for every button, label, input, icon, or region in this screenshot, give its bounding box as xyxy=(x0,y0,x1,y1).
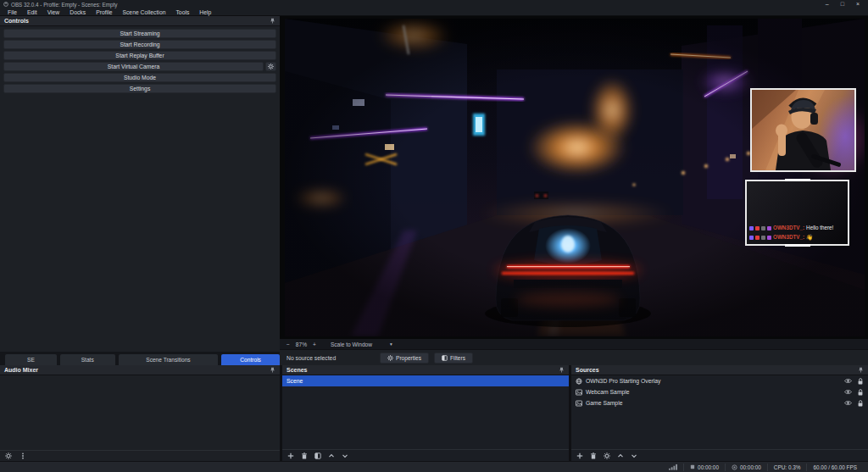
sources-title: Sources xyxy=(576,367,599,373)
preview-area: OWN3DTV_: Hello there! OWN3DTV_: 👋 xyxy=(280,16,868,339)
lock-icon[interactable] xyxy=(857,400,864,407)
cpu-usage: CPU: 0.3% xyxy=(767,464,807,471)
sources-panel: Sources OWN3D Pro Starting Overlay Webca… xyxy=(571,365,868,461)
menu-profile[interactable]: Profile xyxy=(91,9,117,15)
move-source-up-button[interactable] xyxy=(617,453,624,459)
scale-mode-caret-icon[interactable]: ▾ xyxy=(390,342,392,347)
settings-button[interactable]: Settings xyxy=(3,84,276,93)
source-row[interactable]: Webcam Sample xyxy=(571,386,868,397)
close-button[interactable]: × xyxy=(856,0,860,8)
network-status xyxy=(663,464,683,471)
maximize-button[interactable]: □ xyxy=(841,0,844,8)
scenes-panel: Scenes Scene xyxy=(282,365,569,461)
chat-badge-icon xyxy=(767,236,771,240)
audio-mixer-toolbar xyxy=(0,450,280,461)
tab-se[interactable]: SE xyxy=(5,354,57,365)
program-canvas[interactable]: OWN3DTV_: Hello there! OWN3DTV_: 👋 xyxy=(285,19,865,336)
image-icon xyxy=(576,400,582,407)
virtual-camera-config-button[interactable] xyxy=(265,62,276,71)
fps-text: 60.00 / 60.00 FPS xyxy=(813,464,857,470)
move-scene-down-button[interactable] xyxy=(342,453,348,459)
studio-mode-button[interactable]: Studio Mode xyxy=(3,73,276,82)
dock-tab-bar: SE Stats Scene Transitions Controls xyxy=(0,352,280,365)
scale-mode-select[interactable]: Scale to Window xyxy=(331,342,372,347)
scene-name: Scene xyxy=(287,378,303,384)
fps-counter: 60.00 / 60.00 FPS xyxy=(806,464,863,471)
zoom-in-button[interactable]: + xyxy=(313,342,316,347)
minimize-button[interactable]: – xyxy=(826,0,829,8)
properties-button[interactable]: Properties xyxy=(380,353,429,364)
game-capture-scene xyxy=(285,19,865,336)
source-properties-button[interactable] xyxy=(604,453,610,459)
menu-edit[interactable]: Edit xyxy=(22,9,42,15)
menu-view[interactable]: View xyxy=(42,9,65,15)
menu-file[interactable]: File xyxy=(3,9,22,15)
chat-badge-icon xyxy=(749,236,754,240)
visibility-eye-icon[interactable] xyxy=(844,389,852,395)
source-name: Webcam Sample xyxy=(586,389,630,395)
lock-icon[interactable] xyxy=(857,389,864,396)
filters-button[interactable]: Filters xyxy=(434,353,473,364)
scenes-toolbar xyxy=(282,449,569,461)
start-replay-buffer-button[interactable]: Start Replay Buffer xyxy=(3,51,276,60)
scene-filters-button[interactable] xyxy=(314,453,321,459)
dock-pin-icon[interactable] xyxy=(858,367,864,373)
scenes-title: Scenes xyxy=(287,367,308,373)
menu-help[interactable]: Help xyxy=(194,9,216,15)
chat-username: OWN3DTV_: xyxy=(773,234,804,241)
filters-label: Filters xyxy=(450,355,465,361)
move-scene-up-button[interactable] xyxy=(328,453,335,459)
menu-docks[interactable]: Docks xyxy=(64,9,91,15)
webcam-overlay[interactable] xyxy=(750,88,856,172)
properties-label: Properties xyxy=(396,355,421,361)
chat-badge-icon xyxy=(755,236,760,240)
mixer-kebab-menu-icon[interactable] xyxy=(19,453,26,459)
controls-dock-title: Controls xyxy=(4,18,29,24)
chat-overlay[interactable]: OWN3DTV_: Hello there! OWN3DTV_: 👋 xyxy=(745,180,849,246)
start-virtual-camera-button[interactable]: Start Virtual Camera xyxy=(3,62,264,71)
record-timer: 00:00:00 xyxy=(725,464,767,471)
tab-stats[interactable]: Stats xyxy=(60,354,115,365)
zoom-level: 87% xyxy=(296,342,307,347)
visibility-eye-icon[interactable] xyxy=(844,400,852,406)
chat-username: OWN3DTV_: xyxy=(773,225,804,231)
image-icon xyxy=(576,389,582,396)
audio-mixer-title: Audio Mixer xyxy=(4,367,38,373)
menu-scene-collection[interactable]: Scene Collection xyxy=(117,9,170,15)
lock-icon[interactable] xyxy=(857,378,864,385)
chat-emote: 👋 xyxy=(806,234,813,241)
dock-pin-icon[interactable] xyxy=(270,367,275,373)
filters-icon xyxy=(442,355,448,361)
gear-icon xyxy=(268,64,274,69)
remove-scene-button[interactable] xyxy=(301,453,308,459)
source-name: Game Sample xyxy=(586,400,622,406)
controls-dock-header: Controls xyxy=(0,16,280,26)
source-row[interactable]: Game Sample xyxy=(571,397,868,408)
chat-messages: OWN3DTV_: Hello there! OWN3DTV_: 👋 xyxy=(749,225,845,241)
add-source-button[interactable] xyxy=(576,453,583,459)
signal-bars-icon xyxy=(669,464,677,470)
tab-scene-transitions[interactable]: Scene Transitions xyxy=(119,354,219,365)
chat-message: OWN3DTV_: Hello there! xyxy=(749,225,845,231)
scene-list-item[interactable]: Scene xyxy=(282,375,569,386)
move-source-down-button[interactable] xyxy=(631,453,637,459)
source-row[interactable]: OWN3D Pro Starting Overlay xyxy=(571,375,868,386)
visibility-eye-icon[interactable] xyxy=(844,378,852,384)
chat-text: Hello there! xyxy=(806,225,833,231)
tab-controls[interactable]: Controls xyxy=(221,354,280,365)
zoom-out-button[interactable]: − xyxy=(287,342,290,347)
selection-status: No source selected xyxy=(287,355,380,361)
remove-source-button[interactable] xyxy=(590,453,597,459)
mixer-settings-icon[interactable] xyxy=(5,453,12,459)
dock-pin-icon[interactable] xyxy=(270,18,275,24)
audio-mixer-header: Audio Mixer xyxy=(0,365,280,375)
start-recording-button[interactable]: Start Recording xyxy=(3,40,276,49)
menu-tools[interactable]: Tools xyxy=(170,9,194,15)
controls-dock: Controls Start Streaming Start Recording… xyxy=(0,16,280,365)
chat-badge-icon xyxy=(767,226,771,230)
browser-globe-icon xyxy=(576,378,582,385)
add-scene-button[interactable] xyxy=(287,453,294,459)
dock-pin-icon[interactable] xyxy=(559,367,565,373)
record-time: 00:00:00 xyxy=(740,464,761,470)
start-streaming-button[interactable]: Start Streaming xyxy=(3,29,276,38)
